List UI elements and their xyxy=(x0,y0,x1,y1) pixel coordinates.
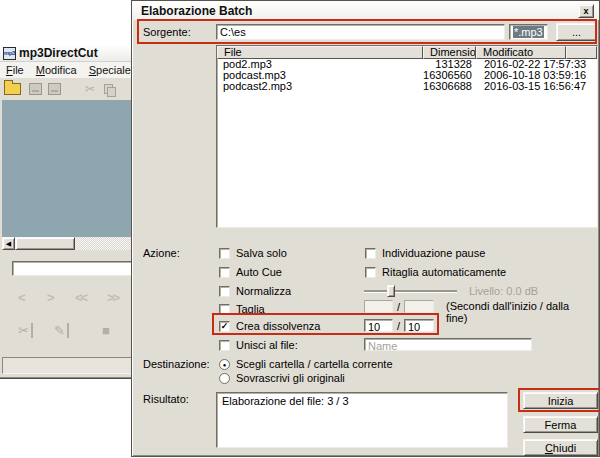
level-slider-thumb[interactable] xyxy=(387,285,395,297)
scrollbar-thumb[interactable] xyxy=(15,237,75,250)
save-all-icon[interactable] xyxy=(48,83,61,95)
browse-button[interactable]: ... xyxy=(556,23,597,41)
app-icon: mp3 xyxy=(3,47,16,60)
menu-bar: File Modifica Speciale xyxy=(0,62,134,78)
result-text: Elaborazione del file: 3 / 3 xyxy=(222,395,349,407)
taglia-separator: / xyxy=(397,301,400,313)
label-normalizza[interactable]: Normalizza xyxy=(236,285,291,297)
menu-speciale[interactable]: Speciale xyxy=(89,64,131,76)
window-title: mp3DirectCut xyxy=(19,46,98,60)
chiudi-button-label: Chiudi xyxy=(545,442,576,454)
checkbox-unisci-al-file[interactable] xyxy=(219,340,230,351)
level-label: Livello: 0.0 dB xyxy=(469,285,538,297)
waveform-area[interactable] xyxy=(2,100,134,237)
chiudi-button[interactable]: Chiudi xyxy=(523,439,598,456)
step-forward-button[interactable]: > xyxy=(47,290,53,305)
rewind-button[interactable]: << xyxy=(75,290,86,305)
destinazione-label: Destinazione: xyxy=(143,358,210,370)
fast-forward-button[interactable]: >> xyxy=(107,290,118,305)
cut-icon[interactable]: ✂ xyxy=(85,82,95,96)
file-row[interactable]: podcast2.mp3 16306688 2016-03-15 16:56:4… xyxy=(217,81,597,92)
batch-dialog: Elaborazione Batch x Sorgente: C:\es *.m… xyxy=(131,0,600,457)
transport-controls: < > << >> xyxy=(0,290,134,308)
status-bar xyxy=(2,357,132,374)
radio-scegli-cartella[interactable]: ● xyxy=(219,359,230,370)
position-input[interactable] xyxy=(12,261,132,276)
label-salva-solo[interactable]: Salva solo xyxy=(236,247,287,259)
column-header-file[interactable]: File xyxy=(217,46,423,59)
step-back-button[interactable]: < xyxy=(18,290,24,305)
label-sovrascrivi[interactable]: Sovrascrivi gli originali xyxy=(236,372,345,384)
file-name: pod2.mp3 xyxy=(217,59,423,70)
radio-sovrascrivi[interactable] xyxy=(219,373,230,384)
label-scegli-cartella[interactable]: Scegli cartella / cartella corrente xyxy=(236,358,393,370)
dialog-titlebar[interactable]: Elaborazione Batch xyxy=(132,1,599,20)
open-file-icon[interactable] xyxy=(4,83,21,95)
checkbox-ritaglia-automaticamente[interactable] xyxy=(365,267,376,278)
copy-icon[interactable] xyxy=(104,84,115,95)
edit-controls: ✂ ✎ ■ xyxy=(0,323,134,341)
file-filter-input[interactable]: *.mp3 xyxy=(509,24,548,40)
label-auto-cue[interactable]: Auto Cue xyxy=(236,266,282,278)
sorgente-label: Sorgente: xyxy=(143,26,191,38)
app-icon-label: mp3 xyxy=(4,50,15,56)
label-crea-dissolvenza[interactable]: Crea dissolvenza xyxy=(236,320,320,332)
source-path-value: C:\es xyxy=(220,26,246,38)
label-individuazione-pause[interactable]: Individuazione pause xyxy=(382,247,485,259)
checkbox-salva-solo[interactable] xyxy=(219,248,230,259)
taglia-start-input[interactable] xyxy=(364,300,393,313)
ferma-button[interactable]: Ferma xyxy=(523,416,598,433)
checkbox-individuazione-pause[interactable] xyxy=(365,248,376,259)
menu-file[interactable]: File xyxy=(6,64,24,76)
fade-out-input[interactable]: 10 xyxy=(404,319,434,332)
dialog-title: Elaborazione Batch xyxy=(141,4,252,18)
file-name: podcast2.mp3 xyxy=(217,81,423,92)
scroll-left-icon[interactable]: ◀ xyxy=(2,237,15,250)
file-size: 16306688 xyxy=(423,81,476,92)
file-name: podcast.mp3 xyxy=(217,70,423,81)
checkbox-auto-cue[interactable] xyxy=(219,267,230,278)
file-filter-value: *.mp3 xyxy=(513,26,544,38)
file-list[interactable]: File Dimensione Modificato pod2.mp3 1313… xyxy=(216,45,598,228)
cut-selection-icon[interactable]: ✂ xyxy=(18,323,33,338)
label-ritaglia-automaticamente[interactable]: Ritaglia automaticamente xyxy=(382,266,506,278)
checkbox-crea-dissolvenza[interactable]: ✓ xyxy=(219,321,230,332)
save-icon[interactable] xyxy=(29,83,42,95)
result-box: Elaborazione del file: 3 / 3 xyxy=(216,392,508,448)
risultato-label: Risultato: xyxy=(143,393,189,405)
edit-pencil-icon[interactable]: ✎ xyxy=(54,323,69,338)
fade-separator: / xyxy=(397,320,400,332)
file-modified: 2016-03-15 16:56:47 xyxy=(476,81,586,92)
source-path-input[interactable]: C:\es xyxy=(216,24,505,40)
seconds-note-line2: fine) xyxy=(446,312,600,324)
label-taglia[interactable]: Taglia xyxy=(236,303,265,315)
stop-icon[interactable]: ■ xyxy=(102,323,110,338)
ferma-button-label: Ferma xyxy=(545,419,577,431)
taglia-end-input[interactable] xyxy=(404,300,434,313)
fade-in-input[interactable]: 10 xyxy=(364,319,393,332)
azione-label: Azione: xyxy=(143,247,180,259)
menu-modifica[interactable]: Modifica xyxy=(36,64,77,76)
toolbar: ✂ xyxy=(0,78,134,100)
level-slider-track[interactable] xyxy=(364,290,457,292)
inizia-button-label: Inizia xyxy=(548,395,574,407)
label-unisci-al-file[interactable]: Unisci al file: xyxy=(236,339,298,351)
horizontal-scrollbar[interactable]: ◀ xyxy=(2,237,134,250)
seconds-note: (Secondi dall'inizio / dalla fine) xyxy=(446,300,600,324)
inizia-button[interactable]: Inizia xyxy=(523,392,598,409)
close-icon[interactable]: x xyxy=(578,4,594,18)
mp3directcut-window: mp3 mp3DirectCut File Modifica Speciale … xyxy=(0,45,135,379)
checkbox-taglia[interactable] xyxy=(219,304,230,315)
seconds-note-line1: (Secondi dall'inizio / dalla xyxy=(446,300,600,312)
mp3directcut-titlebar[interactable]: mp3 mp3DirectCut xyxy=(0,45,134,62)
checkbox-normalizza[interactable] xyxy=(219,286,230,297)
merge-name-input[interactable]: Name xyxy=(364,338,532,351)
